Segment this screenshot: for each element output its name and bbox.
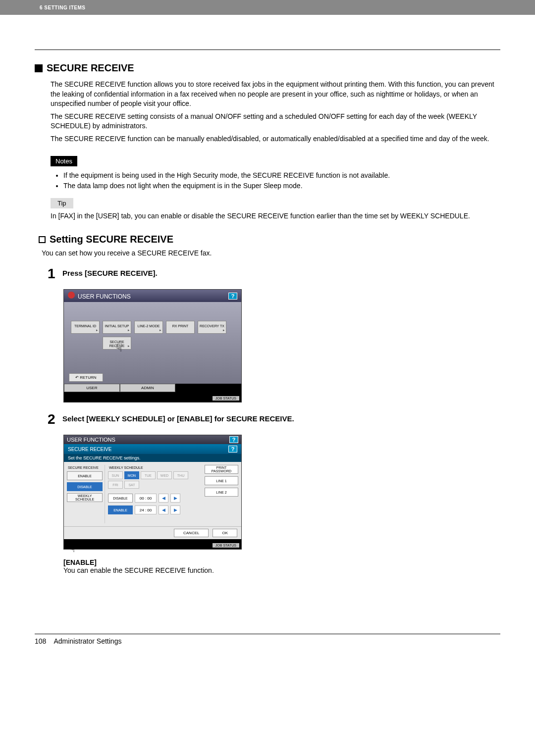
ss1-title: USER FUNCTIONS [78,293,131,300]
chevron-right-icon: ▸ [160,328,161,332]
intro-para-3: The SECURE RECEIVE function can be manua… [51,134,500,144]
ss2-title1-text: USER FUNCTIONS [67,437,115,443]
intro-para-2: The SECURE RECEIVE setting consists of a… [51,112,500,131]
day-thu[interactable]: THU [173,471,188,479]
footer-title: Administrator Settings [54,637,121,645]
breadcrumb: 6 SETTING ITEMS [40,5,86,10]
chevron-right-icon: ▸ [223,328,225,332]
page-footer: 108 Administrator Settings [35,634,500,645]
top-rule [35,50,500,50]
triangle-right-icon[interactable]: ▶ [170,505,180,514]
step-1-title: Press [SECURE RECEIVE]. [62,269,500,277]
day-sat[interactable]: SAT [124,481,139,489]
disable-time-field[interactable]: 00 : 00 [135,494,157,503]
help-icon[interactable]: ? [228,293,237,300]
help-icon[interactable]: ? [229,436,238,443]
chevron-right-icon: ▸ [128,344,130,348]
print-password-button[interactable]: PRINT PASSWORD [205,465,238,474]
hand-cursor-icon: ☟ [116,342,122,354]
chevron-right-icon: ▸ [96,328,98,332]
ss2-mid-title: WEEKLY SCHEDULE [108,465,203,471]
ss2-left-title: SECURE RECEIVE [67,465,103,471]
triangle-left-icon[interactable]: ◀ [159,505,168,514]
gear-icon [68,292,75,299]
screenshot-1: USER FUNCTIONS ? TERMINAL ID▸ INITIAL SE… [63,289,242,403]
notes-list: If the equipment is being used in the Hi… [63,170,500,191]
weekly-schedule-button[interactable]: WEEKLY SCHEDULE [67,493,103,502]
time-enable-button[interactable]: ENABLE [108,505,133,514]
step-2-title: Select [WEEKLY SCHEDULE] or [ENABLE] for… [62,414,500,423]
help-icon[interactable]: ? [228,446,237,453]
section-title: SECURE RECEIVE [35,62,500,74]
terminal-id-button[interactable]: TERMINAL ID▸ [71,321,100,334]
section-title-text: SECURE RECEIVE [47,62,134,74]
job-status-button[interactable]: JOB STATUS [213,543,239,548]
day-sun[interactable]: SUN [108,471,123,479]
page-number: 108 [35,637,46,645]
enable-time-field[interactable]: 24 : 00 [135,505,157,514]
note-item: The data lamp does not light when the eq… [63,181,500,191]
step-number: 2 [48,411,62,428]
screenshot-2: USER FUNCTIONS ? SECURE RECEIVE ? Set th… [63,435,242,550]
step-2: 2 Select [WEEKLY SCHEDULE] or [ENABLE] f… [48,411,500,428]
line-2-button[interactable]: LINE 2 [205,488,238,497]
cancel-button[interactable]: CANCEL [174,529,209,537]
notes-label: Notes [51,156,77,166]
tip-label: Tip [51,198,73,208]
ss2-titlebar-1: USER FUNCTIONS ? [64,435,241,444]
tab-admin[interactable]: ADMIN [120,384,176,392]
job-status-button[interactable]: JOB STATUS [213,396,239,401]
ss2-titlebar-2: SECURE RECEIVE ? [64,444,241,454]
disable-button[interactable]: DISABLE [67,482,103,491]
hand-cursor-icon: ☟ [69,543,75,554]
enable-heading: [ENABLE] [63,558,500,566]
subsection-title: Setting SECURE RECEIVE [39,234,500,245]
day-mon[interactable]: MON [124,471,139,479]
step-1: 1 Press [SECURE RECEIVE]. [48,266,500,282]
line-1-button[interactable]: LINE 1 [205,476,238,485]
triangle-right-icon[interactable]: ▶ [170,494,180,503]
intro-para-1: The SECURE RECEIVE function allows you t… [51,80,500,109]
hollow-square-icon [39,236,46,243]
enable-button[interactable]: ENABLE [67,471,103,480]
day-fri[interactable]: FRI [108,481,123,489]
day-tue[interactable]: TUE [141,471,156,479]
tab-user[interactable]: USER [64,384,120,392]
triangle-left-icon[interactable]: ◀ [159,494,168,503]
return-button[interactable]: ↶ RETURN [69,373,103,382]
time-disable-button[interactable]: DISABLE [108,494,133,503]
ok-button[interactable]: OK [213,529,237,537]
rx-print-button[interactable]: RX PRINT [166,321,195,334]
line2-mode-button[interactable]: LINE-2 MODE▸ [134,321,163,334]
header-bar: 6 SETTING ITEMS [0,0,535,15]
recovery-tx-button[interactable]: RECOVERY TX▸ [198,321,226,334]
ss2-title2-text: SECURE RECEIVE [68,447,111,452]
note-item: If the equipment is being used in the Hi… [63,170,500,181]
chevron-right-icon: ▸ [128,328,130,332]
tip-text: In [FAX] in the [USER] tab, you can enab… [51,211,500,221]
initial-setup-button[interactable]: INITIAL SETUP▸ [103,321,131,334]
subsection-title-text: Setting SECURE RECEIVE [50,234,173,245]
ss2-subtitle: Set the SECURE RECEIVE settings. [64,454,241,462]
step-number: 1 [48,266,62,282]
day-wed[interactable]: WED [157,471,172,479]
subsection-desc: You can set how you receive a SECURE REC… [42,249,500,257]
square-solid-icon [35,64,43,72]
ss1-titlebar: USER FUNCTIONS ? [64,290,241,302]
enable-description: You can enable the SECURE RECEIVE functi… [63,566,500,574]
